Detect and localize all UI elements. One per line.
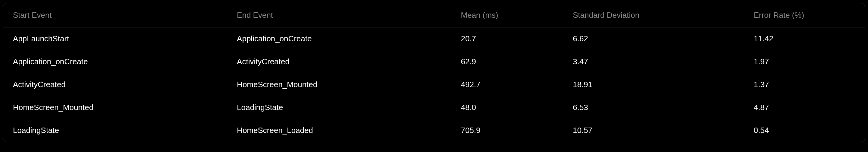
cell-std-dev: 6.62 <box>563 27 744 50</box>
header-end-event[interactable]: End Event <box>227 3 451 27</box>
table-row: HomeScreen_Mounted LoadingState 48.0 6.5… <box>3 96 865 119</box>
cell-std-dev: 6.53 <box>563 96 744 119</box>
cell-error-rate: 1.97 <box>744 50 865 73</box>
table-body: AppLaunchStart Application_onCreate 20.7… <box>3 27 865 142</box>
cell-error-rate: 4.87 <box>744 96 865 119</box>
table-row: Application_onCreate ActivityCreated 62.… <box>3 50 865 73</box>
cell-mean: 492.7 <box>451 73 563 96</box>
cell-end-event: Application_onCreate <box>227 27 451 50</box>
cell-error-rate: 1.37 <box>744 73 865 96</box>
cell-error-rate: 11.42 <box>744 27 865 50</box>
metrics-table: Start Event End Event Mean (ms) Standard… <box>3 3 865 142</box>
cell-end-event: LoadingState <box>227 96 451 119</box>
cell-end-event: ActivityCreated <box>227 50 451 73</box>
cell-std-dev: 18.91 <box>563 73 744 96</box>
cell-start-event: HomeScreen_Mounted <box>3 96 227 119</box>
header-std-dev[interactable]: Standard Deviation <box>563 3 744 27</box>
header-mean[interactable]: Mean (ms) <box>451 3 563 27</box>
cell-mean: 705.9 <box>451 119 563 142</box>
cell-end-event: HomeScreen_Mounted <box>227 73 451 96</box>
table-row: LoadingState HomeScreen_Loaded 705.9 10.… <box>3 119 865 142</box>
cell-mean: 62.9 <box>451 50 563 73</box>
cell-end-event: HomeScreen_Loaded <box>227 119 451 142</box>
cell-error-rate: 0.54 <box>744 119 865 142</box>
cell-mean: 48.0 <box>451 96 563 119</box>
metrics-table-container: Start Event End Event Mean (ms) Standard… <box>3 3 865 142</box>
cell-std-dev: 10.57 <box>563 119 744 142</box>
cell-start-event: AppLaunchStart <box>3 27 227 50</box>
table-row: ActivityCreated HomeScreen_Mounted 492.7… <box>3 73 865 96</box>
cell-start-event: ActivityCreated <box>3 73 227 96</box>
cell-mean: 20.7 <box>451 27 563 50</box>
header-error-rate[interactable]: Error Rate (%) <box>744 3 865 27</box>
table-row: AppLaunchStart Application_onCreate 20.7… <box>3 27 865 50</box>
table-header-row: Start Event End Event Mean (ms) Standard… <box>3 3 865 27</box>
header-start-event[interactable]: Start Event <box>3 3 227 27</box>
cell-start-event: Application_onCreate <box>3 50 227 73</box>
cell-start-event: LoadingState <box>3 119 227 142</box>
cell-std-dev: 3.47 <box>563 50 744 73</box>
